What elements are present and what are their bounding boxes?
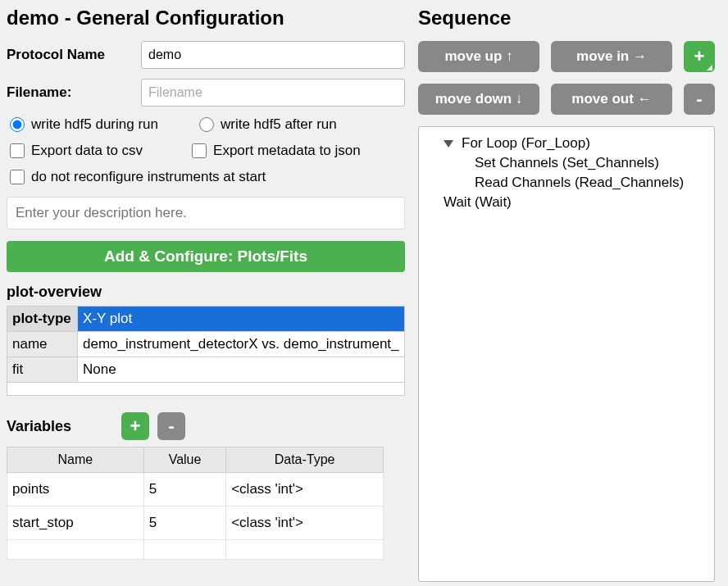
plot-overview-row[interactable]: fitNone (7, 357, 405, 383)
variables-header: Variables + - (7, 412, 405, 440)
move-out-button[interactable]: move out ← (551, 84, 672, 115)
tree-item-label: Set Channels (Set_Channels) (475, 155, 659, 171)
check-export-csv-label: Export data to csv (31, 143, 143, 159)
protocol-name-label: Protocol Name (7, 47, 133, 63)
sequence-heading: Sequence (418, 7, 715, 30)
move-down-button[interactable]: move down ↓ (418, 84, 539, 115)
sequence-buttons-row1: move up ↑ move in → + (418, 41, 715, 72)
radio-hdf5-after-input[interactable] (199, 117, 214, 132)
export-check-row: Export data to csv Export metadata to js… (7, 143, 405, 159)
tree-item[interactable]: Set Channels (Set_Channels) (427, 153, 706, 173)
variable-value-cell[interactable]: 5 (143, 473, 225, 507)
plot-overview-key: fit (7, 357, 78, 383)
variables-row[interactable]: start_stop5<class 'int'> (7, 507, 384, 540)
variable-name-cell[interactable]: points (7, 473, 144, 507)
tree-item-label: Wait (Wait) (444, 194, 512, 211)
tree-item[interactable]: For Loop (For_Loop) (427, 134, 706, 153)
hdf5-radio-group: write hdf5 during run write hdf5 after r… (7, 116, 405, 133)
radio-hdf5-after[interactable]: write hdf5 after run (199, 116, 337, 133)
check-no-reconfig[interactable]: do not reconfigure instruments at start (10, 169, 405, 185)
add-step-button[interactable]: + (684, 41, 715, 72)
tree-item-label: Read Channels (Read_Channels) (475, 175, 684, 191)
page-title: demo - General Configuration (7, 7, 405, 30)
radio-hdf5-during[interactable]: write hdf5 during run (10, 116, 158, 133)
plot-overview-key: plot-type (7, 307, 78, 332)
plot-overview-value[interactable]: X-Y plot (78, 307, 405, 332)
protocol-name-row: Protocol Name (7, 41, 405, 69)
move-in-button[interactable]: move in → (551, 41, 672, 72)
variable-value-cell[interactable]: 5 (143, 507, 225, 540)
check-no-reconfig-input[interactable] (10, 170, 25, 184)
plot-overview-heading: plot-overview (7, 284, 405, 301)
no-reconfig-row: do not reconfigure instruments at start (7, 169, 405, 185)
filename-input[interactable] (141, 79, 405, 107)
sequence-tree[interactable]: For Loop (For_Loop)Set Channels (Set_Cha… (418, 126, 715, 582)
check-export-csv[interactable]: Export data to csv (10, 143, 143, 159)
check-export-json-input[interactable] (192, 143, 207, 158)
variables-table: NameValueData-Type points5<class 'int'>s… (7, 447, 384, 560)
radio-hdf5-during-input[interactable] (10, 117, 25, 132)
filename-label: Filename: (7, 84, 133, 101)
variable-type-cell[interactable]: <class 'int'> (226, 507, 384, 540)
tree-item[interactable]: Read Channels (Read_Channels) (427, 173, 706, 193)
plot-overview-value[interactable]: demo_instrument_detectorX vs. demo_instr… (78, 332, 405, 357)
expand-collapse-icon[interactable] (444, 140, 453, 148)
tree-item-label: For Loop (For_Loop) (462, 135, 590, 152)
variables-column-header: Name (7, 447, 144, 473)
plot-overview-key: name (7, 332, 78, 357)
check-export-json-label: Export metadata to json (213, 143, 361, 159)
dropdown-indicator-icon (707, 65, 712, 70)
sequence-buttons-row2: move down ↓ move out ← - (418, 84, 715, 115)
protocol-name-input[interactable] (141, 41, 405, 69)
variable-name-cell[interactable]: start_stop (7, 507, 144, 540)
add-configure-plots-button[interactable]: Add & Configure: Plots/Fits (7, 241, 405, 272)
general-config-panel: demo - General Configuration Protocol Na… (0, 0, 412, 586)
move-up-button[interactable]: move up ↑ (418, 41, 539, 72)
variable-type-cell[interactable]: <class 'int'> (226, 473, 384, 507)
tree-item[interactable]: Wait (Wait) (427, 193, 706, 212)
plot-overview-value[interactable]: None (78, 357, 405, 383)
check-no-reconfig-label: do not reconfigure instruments at start (31, 169, 266, 185)
add-variable-button[interactable]: + (121, 412, 149, 440)
remove-variable-button[interactable]: - (157, 412, 185, 440)
sequence-panel: Sequence move up ↑ move in → + move down… (412, 0, 728, 586)
radio-hdf5-after-label: write hdf5 after run (221, 116, 337, 133)
check-export-csv-input[interactable] (10, 143, 25, 158)
filename-row: Filename: (7, 79, 405, 107)
radio-hdf5-during-label: write hdf5 during run (31, 116, 158, 133)
remove-step-button[interactable]: - (684, 84, 715, 115)
variables-heading: Variables (7, 418, 113, 435)
variables-row[interactable]: points5<class 'int'> (7, 473, 384, 507)
description-input[interactable] (7, 197, 405, 229)
plot-overview-table: plot-typeX-Y plotnamedemo_instrument_det… (7, 306, 405, 396)
variables-column-header: Value (143, 447, 225, 473)
variables-column-header: Data-Type (226, 447, 384, 473)
plot-overview-row[interactable]: plot-typeX-Y plot (7, 307, 405, 332)
plus-icon: + (694, 46, 705, 67)
check-export-json[interactable]: Export metadata to json (192, 143, 361, 159)
plot-overview-row[interactable]: namedemo_instrument_detectorX vs. demo_i… (7, 332, 405, 357)
